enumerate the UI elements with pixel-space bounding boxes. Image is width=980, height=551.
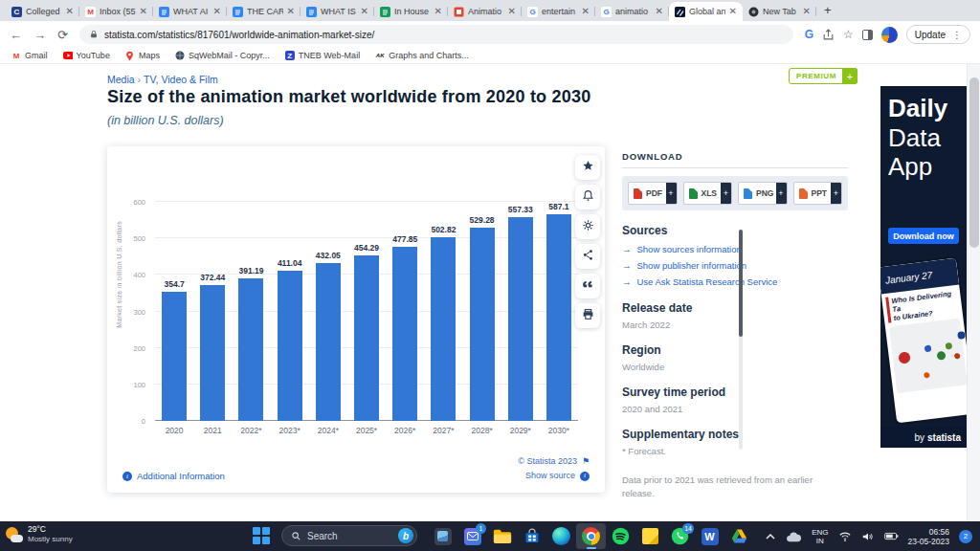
tab-2[interactable]: MInbox (55✕ [79, 2, 153, 21]
taskbar-spotify-icon[interactable] [606, 523, 635, 549]
bookmark-z-badge[interactable]: ZTNEB Web-Mail [285, 51, 360, 60]
tab-5[interactable]: WHAT IS✕ [301, 2, 374, 21]
tray-chevron-icon[interactable] [766, 533, 775, 540]
download-plus-icon[interactable]: + [776, 183, 787, 204]
tab-11[interactable]: New Tab✕ [743, 2, 816, 21]
browser-menu-icon[interactable]: ⋮ [952, 30, 962, 40]
tab-close-icon[interactable]: ✕ [66, 7, 74, 16]
tab-close-icon[interactable]: ✕ [582, 7, 590, 16]
download-plus-icon[interactable]: + [666, 183, 677, 204]
tab-3[interactable]: WHAT AI✕ [153, 2, 227, 21]
bar-2025*[interactable] [354, 255, 379, 421]
bar-2030*[interactable] [546, 214, 571, 421]
bookmark-globe[interactable]: SqWebMail - Copyr... [175, 51, 270, 60]
share-icon[interactable] [822, 29, 835, 41]
meta-scrollbar-thumb[interactable] [739, 230, 743, 337]
notification-badge[interactable]: 2 [959, 530, 972, 543]
forward-icon[interactable]: → [33, 29, 46, 41]
rail-quote-button[interactable] [575, 274, 600, 298]
new-tab-button[interactable]: + [824, 3, 832, 17]
bar-2027*[interactable] [431, 237, 456, 421]
taskbar-weather-widget[interactable]: 29°C Mostly sunny [6, 524, 73, 544]
premium-badge[interactable]: PREMIUM + [789, 68, 858, 84]
tab-close-icon[interactable]: ✕ [434, 7, 442, 16]
download-plus-icon[interactable]: + [721, 183, 731, 204]
taskbar-mail-icon[interactable]: 1 [457, 523, 487, 549]
bar-2023*[interactable] [278, 271, 302, 421]
taskbar-clock[interactable]: 06:56 23-05-2023 [908, 527, 949, 546]
breadcrumb-section[interactable]: TV, Video & Film [144, 74, 218, 85]
google-account-icon[interactable]: G [805, 28, 813, 41]
bar-2024*[interactable] [316, 263, 341, 421]
bookmark-star-icon[interactable]: ☆ [843, 28, 854, 41]
language-indicator[interactable]: ENG IN [812, 528, 828, 545]
rail-star-button[interactable] [575, 155, 600, 180]
tab-close-icon[interactable]: ✕ [287, 7, 295, 16]
flag-icon[interactable]: ⚑ [582, 454, 590, 469]
download-png-button[interactable]: PNG+ [738, 182, 788, 205]
tab-7[interactable]: Animatio✕ [448, 2, 522, 21]
rail-share-button[interactable] [575, 244, 600, 269]
reload-icon[interactable]: ⟳ [57, 29, 68, 41]
show-source-link[interactable]: Show source i [518, 469, 590, 483]
page-scrollbar[interactable] [967, 64, 980, 521]
rail-print-button[interactable] [575, 303, 600, 328]
bookmark-maps[interactable]: Maps [125, 51, 160, 60]
bookmark-ak-badge[interactable]: AKGraphs and Charts... [375, 51, 469, 60]
side-panel-icon[interactable] [862, 30, 873, 40]
tab-6[interactable]: In House✕ [374, 2, 448, 21]
battery-icon[interactable] [884, 531, 899, 541]
additional-information-link[interactable]: i Additional Information [122, 471, 225, 481]
source-link[interactable]: →Use Ask Statista Research Service [622, 274, 848, 290]
taskbar-drive-icon[interactable] [724, 523, 754, 549]
rail-gear-button[interactable] [575, 214, 600, 239]
tab-close-icon[interactable]: ✕ [729, 7, 737, 16]
taskbar-chrome-icon[interactable] [576, 523, 606, 549]
bookmark-youtube[interactable]: YouTube [63, 51, 110, 60]
bar-2026*[interactable] [392, 247, 417, 421]
taskbar-photos-icon[interactable] [428, 523, 457, 549]
daily-data-app-ad[interactable]: Daily Data App Download now January 27 W… [880, 86, 967, 448]
page-scrollbar-thumb[interactable] [969, 77, 979, 248]
taskbar-sticky-notes-icon[interactable] [635, 523, 665, 549]
tab-close-icon[interactable]: ✕ [508, 7, 516, 16]
bar-2020[interactable] [162, 292, 187, 421]
download-now-button[interactable]: Download now [888, 228, 959, 244]
tab-close-icon[interactable]: ✕ [803, 7, 811, 16]
bar-2028*[interactable] [470, 228, 495, 421]
source-link[interactable]: →Show publisher information [622, 257, 848, 274]
tab-1[interactable]: CColleged✕ [6, 2, 79, 21]
download-ppt-button[interactable]: PPT+ [793, 182, 843, 205]
tab-close-icon[interactable]: ✕ [361, 7, 368, 16]
taskbar-store-icon[interactable] [517, 523, 546, 549]
start-button[interactable] [253, 527, 271, 545]
url-bar[interactable]: statista.com/statistics/817601/worldwide… [79, 25, 793, 44]
taskbar-word-icon[interactable]: W [695, 523, 724, 549]
tab-close-icon[interactable]: ✕ [656, 7, 663, 16]
taskbar-whatsapp-icon[interactable]: 14 [665, 523, 695, 549]
bar-2029*[interactable] [508, 217, 533, 421]
download-pdf-button[interactable]: PDF+ [628, 182, 678, 205]
wifi-icon[interactable] [838, 531, 852, 542]
profile-avatar[interactable] [881, 27, 898, 43]
back-icon[interactable]: ← [10, 29, 22, 41]
breadcrumb-root[interactable]: Media [107, 74, 135, 85]
rail-bell-button[interactable] [575, 185, 600, 209]
bar-2021[interactable] [200, 285, 225, 421]
volume-icon[interactable] [861, 531, 875, 542]
tab-close-icon[interactable]: ✕ [140, 7, 147, 16]
download-plus-icon[interactable]: + [831, 183, 841, 204]
tab-8[interactable]: Gentertain✕ [522, 2, 595, 21]
taskbar-explorer-icon[interactable] [487, 523, 517, 549]
bing-icon[interactable]: b [398, 528, 413, 543]
tab-active-10[interactable]: Global an✕ [669, 2, 743, 21]
update-button[interactable]: Update ⋮ [906, 25, 970, 44]
bookmark-gmail[interactable]: MGmail [11, 51, 48, 60]
source-link[interactable]: →Show sources information [622, 241, 848, 257]
bar-2022*[interactable] [238, 278, 263, 421]
tab-4[interactable]: THE CARE✕ [227, 2, 301, 21]
taskbar-edge-icon[interactable] [546, 523, 576, 549]
tab-9[interactable]: Ganimatio✕ [595, 2, 669, 21]
taskbar-search[interactable]: Search b [281, 525, 417, 546]
onedrive-icon[interactable] [785, 531, 802, 542]
